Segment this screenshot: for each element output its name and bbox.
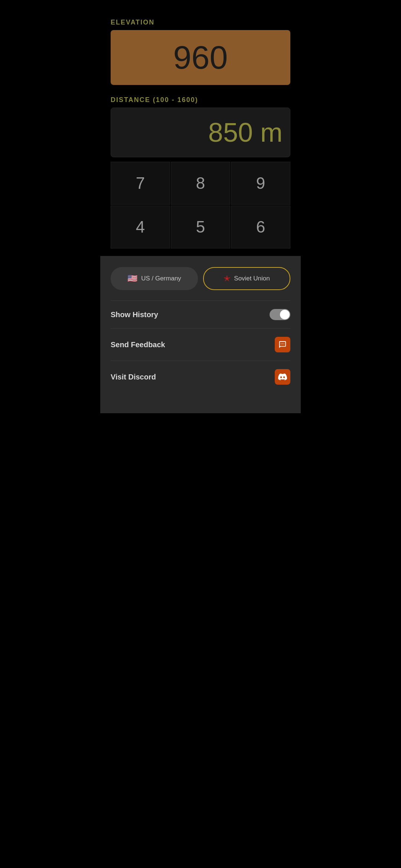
numpad-key-7[interactable]: 7 bbox=[111, 162, 170, 205]
distance-label: DISTANCE (100 - 1600) bbox=[111, 96, 290, 104]
distance-value: 850 m bbox=[208, 118, 283, 147]
soviet-star-icon: ✭ bbox=[224, 274, 230, 283]
numpad-key-4[interactable]: 4 bbox=[111, 206, 170, 249]
discord-icon bbox=[278, 372, 287, 381]
show-history-toggle[interactable] bbox=[270, 309, 290, 320]
elevation-value: 960 bbox=[173, 39, 228, 76]
us-germany-label: US / Germany bbox=[141, 275, 181, 282]
soviet-label: Soviet Union bbox=[234, 275, 270, 282]
numpad-key-5[interactable]: 5 bbox=[171, 206, 230, 249]
send-feedback-button[interactable] bbox=[275, 337, 290, 352]
show-history-label: Show History bbox=[111, 310, 158, 319]
numpad: 7 8 9 4 5 6 bbox=[111, 162, 290, 249]
numpad-key-9[interactable]: 9 bbox=[231, 162, 290, 205]
us-flag-icon: 🇺🇸 bbox=[127, 274, 137, 283]
numpad-key-6[interactable]: 6 bbox=[231, 206, 290, 249]
visit-discord-label: Visit Discord bbox=[111, 373, 156, 381]
faction-us-germany-button[interactable]: 🇺🇸 US / Germany bbox=[111, 267, 198, 290]
numpad-key-8[interactable]: 8 bbox=[171, 162, 230, 205]
send-feedback-row: Send Feedback bbox=[111, 328, 290, 361]
faction-soviet-button[interactable]: ✭ Soviet Union bbox=[203, 267, 290, 290]
visit-discord-row: Visit Discord bbox=[111, 361, 290, 393]
send-feedback-label: Send Feedback bbox=[111, 341, 165, 349]
elevation-label: ELEVATION bbox=[111, 19, 290, 26]
chat-icon bbox=[278, 341, 287, 349]
distance-display[interactable]: 850 m bbox=[111, 108, 290, 157]
faction-selector: 🇺🇸 US / Germany ✭ Soviet Union bbox=[111, 267, 290, 290]
visit-discord-button[interactable] bbox=[275, 369, 290, 385]
elevation-display: 960 bbox=[111, 30, 290, 85]
show-history-row: Show History bbox=[111, 300, 290, 328]
